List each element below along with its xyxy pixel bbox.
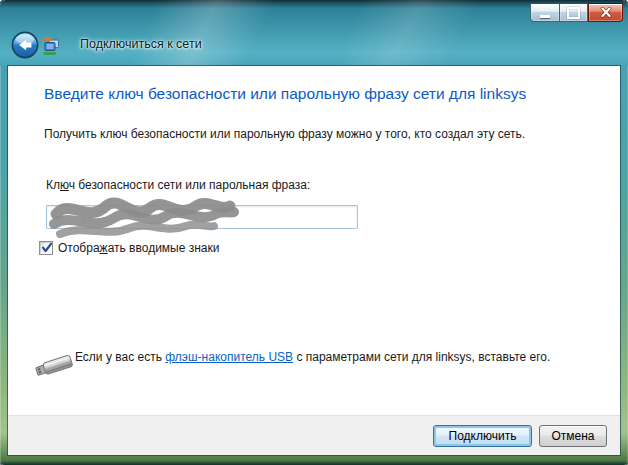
hint-part: с параметрами сети для linksys, вставьте… [293,350,550,364]
usb-flash-drive-icon [32,350,76,382]
label-part: Отобра [58,241,100,255]
minimize-icon [540,15,550,18]
window-controls [530,3,623,22]
show-characters-label[interactable]: Отображать вводимые знаки [58,241,220,255]
label-accelerator: ж [100,241,108,255]
footer-bar: Подключить Отмена [8,415,620,455]
maximize-button[interactable] [559,3,588,22]
label-accelerator: ю [60,178,69,192]
window-title: Подключиться к сети [80,37,202,51]
minimize-button[interactable] [530,3,559,22]
dialog-content: Введите ключ безопасности или парольную … [8,66,620,415]
connect-network-icon [40,35,60,57]
security-key-label: Ключ безопасности сети или парольная фра… [46,178,310,192]
maximize-icon [567,7,580,19]
dialog-client-area: Введите ключ безопасности или парольную … [8,66,620,455]
main-instruction: Введите ключ безопасности или парольную … [44,85,604,103]
show-characters-checkbox[interactable] [39,241,53,255]
close-button[interactable] [588,3,623,22]
label-part: ч безопасности сети или парольная фраза: [69,178,311,192]
titlebar: Подключиться к сети [0,0,628,66]
connect-to-network-dialog: Подключиться к сети Введите ключ безопас… [0,0,628,465]
close-icon [600,7,612,18]
security-key-input[interactable] [46,205,358,229]
back-arrow-icon [11,31,39,59]
usb-hint-text: Если у вас есть флэш-накопитель USB с па… [75,349,567,366]
description-text: Получить ключ безопасности или парольную… [44,127,525,141]
cancel-button[interactable]: Отмена [539,425,607,447]
show-characters-row: Отображать вводимые знаки [39,241,220,255]
label-part: ать вводимые знаки [108,241,220,255]
hint-part: Если у вас есть [75,350,165,364]
label-part: Кл [46,178,60,192]
connect-button[interactable]: Подключить [433,425,532,447]
checkmark-icon [41,242,53,254]
back-button[interactable] [11,31,39,59]
usb-flash-drive-link[interactable]: флэш-накопитель USB [165,350,293,364]
